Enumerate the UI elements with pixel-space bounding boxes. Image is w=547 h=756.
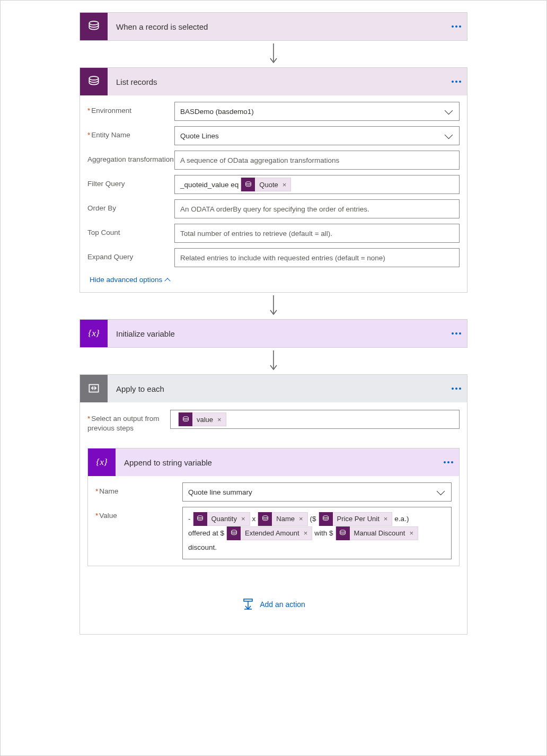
- apply-to-each-body: Select an output from previous steps val…: [80, 402, 467, 634]
- initialize-variable-header[interactable]: Initialize variable: [80, 320, 467, 347]
- apply-to-each-step: Apply to each Select an output from prev…: [80, 374, 467, 635]
- trigger-header[interactable]: When a record is selected: [80, 13, 467, 40]
- database-icon: [227, 526, 241, 540]
- entity-name-select[interactable]: Quote Lines: [174, 126, 460, 145]
- aggregation-label: Aggregation transformation: [87, 151, 174, 164]
- initialize-variable-menu[interactable]: [446, 332, 467, 335]
- aggregation-input[interactable]: A sequence of OData aggregation transfor…: [174, 151, 460, 170]
- chevron-up-icon: [165, 278, 171, 284]
- list-records-title: List records: [108, 77, 446, 86]
- connector-arrow: [268, 293, 279, 319]
- hide-advanced-link[interactable]: Hide advanced options: [87, 272, 172, 286]
- list-records-step: List records Environment BASDemo (basdem…: [80, 67, 467, 293]
- expand-query-input[interactable]: Related entries to include with requeste…: [174, 248, 460, 267]
- remove-token[interactable]: ×: [303, 526, 312, 540]
- top-count-input[interactable]: Total number of entries to retrieve (def…: [174, 224, 460, 243]
- database-icon: [80, 13, 108, 40]
- order-by-label: Order By: [87, 199, 174, 213]
- append-string-header[interactable]: Append to string variable: [88, 449, 459, 476]
- initialize-variable-step[interactable]: Initialize variable: [80, 319, 467, 348]
- apply-to-each-header[interactable]: Apply to each: [80, 375, 467, 402]
- flow-container: When a record is selected List records E…: [1, 12, 546, 635]
- variable-icon: [80, 320, 108, 347]
- value-token[interactable]: value ×: [178, 412, 226, 426]
- database-icon: [193, 512, 207, 526]
- manual-discount-token[interactable]: Manual Discount ×: [336, 526, 418, 540]
- price-per-unit-token[interactable]: Price Per Unit ×: [319, 512, 393, 526]
- database-icon: [241, 178, 255, 191]
- initialize-variable-title: Initialize variable: [108, 329, 446, 338]
- filter-query-label: Filter Query: [87, 175, 174, 189]
- append-string-menu[interactable]: [438, 461, 459, 463]
- append-string-step: Append to string variable Name Quote lin…: [87, 448, 460, 566]
- filter-query-input[interactable]: _quoteid_value eq Quote ×: [174, 175, 460, 194]
- trigger-step[interactable]: When a record is selected: [80, 12, 467, 41]
- remove-token[interactable]: ×: [408, 526, 418, 540]
- add-action-icon: [242, 598, 254, 611]
- variable-value-label: Value: [95, 507, 182, 521]
- loop-icon: [80, 375, 108, 402]
- select-output-label: Select an output from previous steps: [87, 410, 170, 433]
- connector-arrow: [268, 348, 279, 374]
- entity-name-label: Entity Name: [87, 126, 174, 140]
- remove-token[interactable]: ×: [298, 512, 307, 526]
- flow-canvas: When a record is selected List records E…: [0, 0, 547, 756]
- filter-query-text: _quoteid_value eq: [180, 181, 239, 189]
- environment-label: Environment: [87, 102, 174, 116]
- apply-to-each-title: Apply to each: [108, 384, 446, 393]
- name-token[interactable]: Name ×: [258, 512, 307, 526]
- quantity-token[interactable]: Quantity ×: [193, 512, 250, 526]
- variable-name-label: Name: [95, 482, 182, 496]
- append-string-body: Name Quote line summary Value - Quantity…: [88, 476, 459, 566]
- append-string-title: Append to string variable: [116, 458, 438, 467]
- database-icon: [258, 512, 272, 526]
- database-icon: [179, 412, 192, 426]
- variable-value-input[interactable]: - Quantity × x Name: [182, 507, 452, 559]
- expand-query-label: Expand Query: [87, 248, 174, 262]
- select-output-input[interactable]: value ×: [170, 410, 460, 429]
- connector-arrow: [268, 41, 279, 67]
- remove-token[interactable]: ×: [216, 416, 226, 424]
- database-icon: [336, 526, 350, 540]
- list-records-header[interactable]: List records: [80, 68, 467, 95]
- quote-token[interactable]: Quote ×: [241, 178, 291, 191]
- trigger-title: When a record is selected: [108, 22, 446, 31]
- apply-to-each-menu[interactable]: [446, 388, 467, 390]
- add-action-button[interactable]: Add an action: [87, 598, 460, 611]
- list-records-body: Environment BASDemo (basdemo1) Entity Na…: [80, 95, 467, 292]
- variable-name-select[interactable]: Quote line summary: [182, 482, 452, 502]
- trigger-menu[interactable]: [446, 25, 467, 28]
- extended-amount-token[interactable]: Extended Amount ×: [226, 526, 312, 540]
- remove-token[interactable]: ×: [383, 512, 392, 526]
- database-icon: [80, 68, 108, 95]
- variable-icon: [88, 449, 116, 476]
- order-by-input[interactable]: An ODATA orderBy query for specifying th…: [174, 199, 460, 218]
- database-icon: [319, 512, 333, 526]
- remove-token[interactable]: ×: [240, 512, 250, 526]
- list-records-menu[interactable]: [446, 81, 467, 83]
- environment-select[interactable]: BASDemo (basdemo1): [174, 102, 460, 121]
- remove-token[interactable]: ×: [281, 181, 291, 189]
- top-count-label: Top Count: [87, 224, 174, 238]
